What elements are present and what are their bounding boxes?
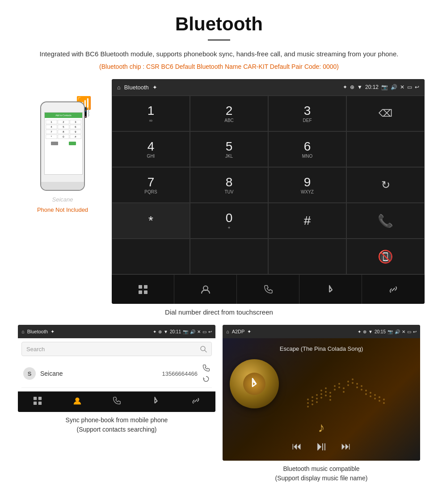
svg-point-18 — [334, 385, 336, 387]
dialpad: 1 ∞ 2 ABC 3 DEF ⌫ 4 GHI — [112, 95, 425, 274]
svg-point-20 — [343, 387, 345, 389]
music-song-title: Escape (The Pina Colada Song) — [280, 345, 363, 352]
action-contacts-btn[interactable] — [174, 275, 237, 304]
dial-key-hash[interactable]: # — [268, 203, 346, 239]
svg-rect-10 — [38, 402, 42, 405]
play-pause-btn[interactable]: ⏯ — [315, 439, 328, 454]
dial-key-1[interactable]: 1 ∞ — [112, 96, 190, 131]
music-app-name: A2DP — [232, 329, 245, 334]
android-statusbar: ⌂ Bluetooth ✦ ✦ ⊕ ▼ 20:12 📷 🔊 ✕ ▭ ↩ — [112, 79, 425, 95]
dial-num-2: 2 — [226, 105, 233, 117]
seicane-watermark: Seicane — [52, 196, 73, 203]
location-icon: ⊕ — [350, 84, 354, 90]
svg-point-38 — [343, 391, 345, 393]
action-link-btn[interactable] — [362, 275, 425, 304]
pb-home-icon[interactable]: ⌂ — [21, 329, 25, 334]
svg-point-36 — [334, 389, 336, 391]
dial-key-9[interactable]: 9 WXYZ — [268, 167, 346, 203]
phone-key: 4 — [46, 125, 57, 129]
album-ring — [230, 359, 279, 408]
svg-point-42 — [361, 389, 362, 391]
music-viz-svg — [283, 368, 413, 408]
volume-icon: 🔊 — [391, 84, 397, 90]
statusbar-left: ⌂ Bluetooth ✦ — [117, 84, 157, 91]
pb-back-icon[interactable]: ↩ — [208, 329, 212, 334]
dial-num-0: 0 — [226, 212, 233, 224]
music-home-icon[interactable]: ⌂ — [226, 329, 229, 334]
signal-icon: ▼ — [357, 84, 362, 90]
contact-avatar: S — [23, 367, 36, 380]
pb-app-name: Bluetooth — [27, 329, 48, 334]
svg-rect-0 — [139, 285, 142, 289]
phone-keypad: 1 2 3 4 5 6 7 8 9 * 0 # — [45, 119, 82, 140]
dial-key-refresh[interactable]: ↻ — [346, 167, 425, 203]
next-btn[interactable]: ⏭ — [341, 441, 351, 452]
music-x-icon: ✕ — [402, 329, 405, 334]
contact-name: Seicane — [40, 370, 162, 377]
dial-key-e2 — [190, 239, 268, 274]
svg-point-12 — [307, 399, 309, 400]
dial-key-5[interactable]: 5 JKL — [190, 131, 268, 167]
dial-key-empty-1 — [346, 131, 425, 167]
contact-row[interactable]: S Seicane 13566664466 — [21, 360, 212, 388]
action-bluetooth-btn[interactable] — [299, 275, 362, 304]
home-icon[interactable]: ⌂ — [117, 84, 121, 91]
svg-point-53 — [329, 399, 331, 401]
phone-key: 8 — [58, 130, 69, 134]
svg-point-19 — [338, 383, 340, 385]
pb-statusbar-right: ✦ ⊕ ▼ 20:11 📷 🔊 ✕ ▭ ↩ — [153, 329, 212, 334]
pb-refresh-icon[interactable] — [202, 375, 210, 383]
phonebook-content: Search S Seicane 13566664466 — [18, 338, 215, 391]
album-inner — [243, 373, 265, 395]
back-icon[interactable]: ↩ — [415, 84, 419, 90]
pb-call-icon[interactable] — [202, 364, 210, 372]
time-label: 20:12 — [365, 84, 379, 90]
pb-bt-btn[interactable] — [152, 396, 160, 407]
dial-key-8[interactable]: 8 TUV — [190, 167, 268, 203]
svg-point-11 — [75, 398, 79, 402]
phonebook-search-bar[interactable]: Search — [21, 342, 212, 356]
action-phone-btn[interactable] — [237, 275, 299, 304]
prev-btn[interactable]: ⏮ — [292, 441, 302, 452]
phone-key: * — [46, 134, 57, 139]
dial-letters-2: ABC — [224, 118, 234, 123]
bt-status-icon: ✦ — [343, 84, 347, 90]
action-grid-btn[interactable] — [112, 275, 174, 304]
music-vol-icon: 🔊 — [395, 329, 400, 334]
pb-person-btn[interactable] — [73, 396, 82, 407]
dial-key-call-green[interactable]: 📞 — [346, 203, 425, 239]
pb-phone-btn[interactable] — [112, 396, 121, 407]
usb-icon: ✦ — [152, 84, 157, 91]
dial-num-3: 3 — [304, 105, 311, 117]
phone-label: Phone Not Included — [37, 206, 88, 213]
svg-rect-9 — [34, 402, 37, 405]
music-statusbar-right: ✦ ⊕ ▼ 20:15 📷 🔊 ✕ ▭ ↩ — [358, 329, 417, 334]
dial-num-5: 5 — [226, 140, 233, 153]
music-caption: Bluetooth music compatible(Support displ… — [275, 464, 368, 483]
svg-point-22 — [352, 378, 354, 380]
phonebook-screen: ⌂ Bluetooth ✦ ✦ ⊕ ▼ 20:11 📷 🔊 ✕ ▭ ↩ — [18, 325, 215, 412]
music-back-icon[interactable]: ↩ — [413, 329, 417, 334]
pb-usb-icon: ✦ — [51, 329, 55, 335]
svg-line-6 — [205, 350, 206, 352]
pb-link-btn[interactable] — [191, 396, 200, 407]
dial-key-call-red[interactable]: 📵 — [346, 239, 425, 274]
dial-key-0[interactable]: 0 + — [190, 203, 268, 239]
dial-num-7: 7 — [147, 176, 155, 189]
dial-key-2[interactable]: 2 ABC — [190, 96, 268, 131]
dial-key-backspace[interactable]: ⌫ — [346, 96, 425, 131]
dial-key-star[interactable]: * — [112, 203, 190, 239]
dial-key-4[interactable]: 4 GHI — [112, 131, 190, 167]
dial-key-6[interactable]: 6 MNO — [268, 131, 346, 167]
phone-screen-header: Add to Contacts — [45, 113, 82, 118]
dial-key-7[interactable]: 7 PQRS — [112, 167, 190, 203]
svg-point-43 — [365, 393, 367, 395]
svg-point-26 — [370, 392, 371, 394]
svg-point-41 — [356, 386, 358, 388]
pb-loc-icon: ⊕ — [158, 329, 162, 334]
dial-key-3[interactable]: 3 DEF — [268, 96, 346, 131]
svg-point-37 — [338, 386, 340, 388]
phone-key: 9 — [70, 130, 81, 134]
pb-grid-btn[interactable] — [33, 396, 42, 407]
backspace-icon: ⌫ — [379, 108, 392, 119]
